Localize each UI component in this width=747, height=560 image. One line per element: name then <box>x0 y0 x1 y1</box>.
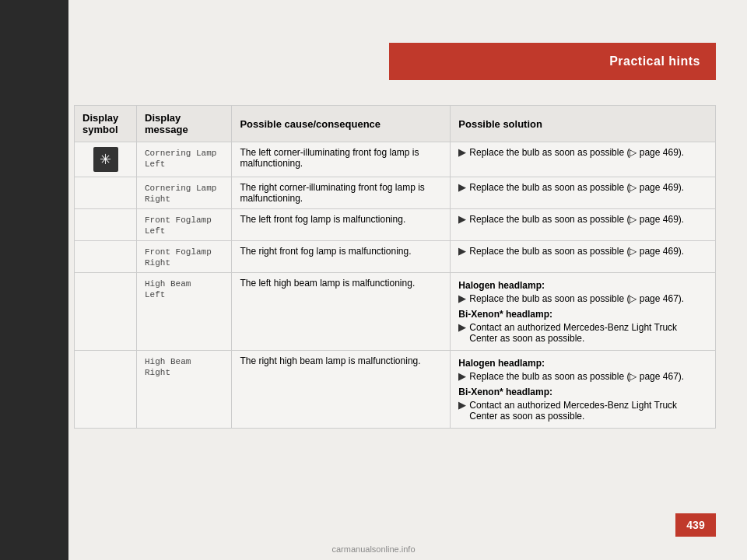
solution-cell: ▶Replace the bulb as soon as possible (▷… <box>451 241 716 273</box>
display-message-text: Cornering Lamp Right <box>145 184 216 204</box>
list-item: ▶Replace the bulb as soon as possible (▷… <box>458 246 707 257</box>
page-title: Practical hints <box>609 54 700 68</box>
list-item: ▶Replace the bulb as soon as possible (▷… <box>458 371 707 382</box>
arrow-icon: ▶ <box>458 214 465 225</box>
list-item: ▶Replace the bulb as soon as possible (▷… <box>458 147 707 158</box>
solution-cell: ▶Replace the bulb as soon as possible (▷… <box>451 209 716 241</box>
list-item: ▶Contact an authorized Mercedes-Benz Lig… <box>458 322 707 344</box>
display-message-cell: Front Foglamp Right <box>137 241 232 273</box>
table-row: High Beam LeftThe left high beam lamp is… <box>75 273 716 351</box>
solution-cell: ▶Replace the bulb as soon as possible (▷… <box>451 177 716 209</box>
cause-cell: The left corner-illuminating front fog l… <box>232 142 451 177</box>
bixenon-label: Bi-Xenon* headlamp: <box>458 387 707 397</box>
symbol-cell: ✳ <box>75 142 137 177</box>
symbol-cell <box>75 273 137 351</box>
list-item: ▶Replace the bulb as soon as possible (▷… <box>458 293 707 304</box>
footer-watermark: carmanualsonline.info <box>0 544 747 554</box>
list-item: ▶Replace the bulb as soon as possible (▷… <box>458 182 707 193</box>
list-item: ▶Contact an authorized Mercedes-Benz Lig… <box>458 400 707 422</box>
display-message-text: High Beam Right <box>145 357 191 377</box>
solution-text: Replace the bulb as soon as possible (▷ … <box>469 293 684 304</box>
solution-text: Contact an authorized Mercedes-Benz Ligh… <box>469 400 707 422</box>
solution-text: Replace the bulb as soon as possible (▷ … <box>469 182 684 193</box>
arrow-icon: ▶ <box>458 322 465 333</box>
col-header-message: Display message <box>137 106 232 142</box>
solution-text: Replace the bulb as soon as possible (▷ … <box>469 147 684 158</box>
top-bar <box>68 0 747 39</box>
cause-cell: The left front fog lamp is malfunctionin… <box>232 209 451 241</box>
display-message-cell: Cornering Lamp Left <box>137 142 232 177</box>
table-row: Front Foglamp LeftThe left front fog lam… <box>75 209 716 241</box>
arrow-icon: ▶ <box>458 147 465 158</box>
cause-cell: The right front fog lamp is malfunctioni… <box>232 241 451 273</box>
solution-text: Replace the bulb as soon as possible (▷ … <box>469 214 684 225</box>
table-row: High Beam RightThe right high beam lamp … <box>75 351 716 429</box>
solution-text: Contact an authorized Mercedes-Benz Ligh… <box>469 322 707 344</box>
arrow-icon: ▶ <box>458 400 465 411</box>
table-header-row: Display symbol Display message Possible … <box>75 106 716 142</box>
col-header-symbol: Display symbol <box>75 106 137 142</box>
solution-text: Replace the bulb as soon as possible (▷ … <box>469 246 684 257</box>
symbol-cell <box>75 351 137 429</box>
display-message-cell: Cornering Lamp Right <box>137 177 232 209</box>
halogen-label: Halogen headlamp: <box>458 280 707 291</box>
lamp-symbol-icon: ✳ <box>93 147 118 172</box>
arrow-icon: ▶ <box>458 371 465 382</box>
cause-cell: The right high beam lamp is malfunctioni… <box>232 351 451 429</box>
bixenon-label: Bi-Xenon* headlamp: <box>458 309 707 320</box>
header-banner: Practical hints <box>389 43 716 80</box>
symbol-cell <box>75 177 137 209</box>
solution-cell: Halogen headlamp:▶Replace the bulb as so… <box>451 351 716 429</box>
solution-cell: Halogen headlamp:▶Replace the bulb as so… <box>451 273 716 351</box>
table-row: ✳Cornering Lamp LeftThe left corner-illu… <box>75 142 716 177</box>
display-message-text: Front Foglamp Right <box>145 247 212 268</box>
table-row: Front Foglamp RightThe right front fog l… <box>75 241 716 273</box>
symbol-cell <box>75 209 137 241</box>
symbol-cell <box>75 241 137 273</box>
cause-cell: The right corner-illuminating front fog … <box>232 177 451 209</box>
arrow-icon: ▶ <box>458 293 465 304</box>
display-message-cell: High Beam Right <box>137 351 232 429</box>
solution-text: Replace the bulb as soon as possible (▷ … <box>469 371 684 382</box>
content-area: Display symbol Display message Possible … <box>74 105 716 498</box>
col-header-cause: Possible cause/consequence <box>232 106 451 142</box>
arrow-icon: ▶ <box>458 246 465 257</box>
left-sidebar <box>0 0 68 560</box>
page-number-badge: 439 <box>675 513 716 537</box>
display-message-text: High Beam Left <box>145 279 191 299</box>
display-message-text: Cornering Lamp Left <box>145 149 216 169</box>
display-message-cell: Front Foglamp Left <box>137 209 232 241</box>
solution-cell: ▶Replace the bulb as soon as possible (▷… <box>451 142 716 177</box>
display-message-cell: High Beam Left <box>137 273 232 351</box>
arrow-icon: ▶ <box>458 182 465 193</box>
col-header-solution: Possible solution <box>451 106 716 142</box>
list-item: ▶Replace the bulb as soon as possible (▷… <box>458 214 707 225</box>
table-row: Cornering Lamp RightThe right corner-ill… <box>75 177 716 209</box>
main-table: Display symbol Display message Possible … <box>74 105 716 429</box>
display-message-text: Front Foglamp Left <box>145 215 212 236</box>
halogen-label: Halogen headlamp: <box>458 358 707 369</box>
cause-cell: The left high beam lamp is malfunctionin… <box>232 273 451 351</box>
